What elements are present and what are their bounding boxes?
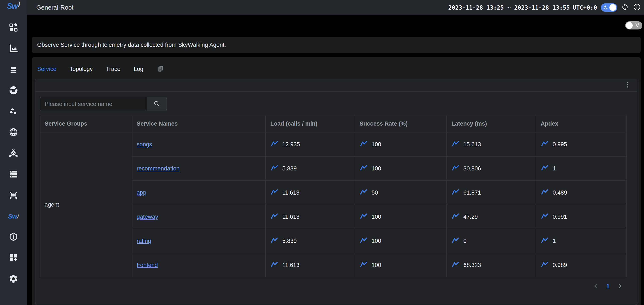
sidebar-item-service-mesh[interactable] bbox=[0, 80, 27, 101]
widgets-plus-icon bbox=[8, 253, 18, 264]
success-rate-value: 100 bbox=[372, 214, 381, 220]
load-value: 5.839 bbox=[282, 165, 297, 172]
tab-service[interactable]: Service bbox=[37, 66, 56, 72]
prev-page-button[interactable] bbox=[592, 283, 599, 290]
dark-mode-toggle[interactable] bbox=[601, 4, 617, 12]
server-list-icon bbox=[8, 169, 18, 180]
service-link-songs[interactable]: songs bbox=[137, 141, 152, 148]
refresh-icon bbox=[621, 3, 629, 12]
logo-text: Sw bbox=[7, 2, 18, 11]
table-row: agent songs 12.935 100 15.613 0.995 bbox=[40, 132, 627, 156]
sidebar-item-infrastructure[interactable] bbox=[0, 164, 27, 185]
globe-icon bbox=[8, 127, 18, 138]
latency-value: 15.613 bbox=[463, 141, 481, 148]
service-link-rating[interactable]: rating bbox=[137, 238, 151, 244]
sparkline-icon bbox=[452, 213, 460, 221]
sidebar-item-functions[interactable] bbox=[0, 101, 27, 122]
load-value: 11.613 bbox=[282, 214, 300, 220]
sparkline-icon bbox=[360, 213, 368, 221]
col-service-names: Service Names bbox=[132, 115, 266, 132]
copy-dashboard-button[interactable] bbox=[156, 65, 165, 73]
col-load: Load (calls / min) bbox=[266, 115, 355, 132]
version-toggle-label: V bbox=[636, 22, 639, 28]
sidebar-item-self-observability[interactable]: Sw) bbox=[0, 206, 27, 227]
sparkline-icon bbox=[270, 213, 278, 221]
sidebar-item-general-service[interactable] bbox=[0, 38, 27, 60]
scatter-dots-icon bbox=[8, 106, 18, 117]
load-value: 11.613 bbox=[282, 262, 300, 268]
page-number[interactable]: 1 bbox=[606, 283, 610, 290]
success-rate-value: 100 bbox=[372, 141, 381, 148]
widget-body: Service Groups Service Names Load (calls… bbox=[36, 92, 637, 290]
col-apdex: Apdex bbox=[536, 115, 627, 132]
apdex-value: 0.989 bbox=[552, 262, 567, 268]
topology-icon bbox=[8, 190, 18, 201]
donut-chart-icon bbox=[8, 86, 18, 96]
header-controls: 2023-11-28 13:25 ~ 2023-11-28 13:55 UTC+… bbox=[448, 4, 641, 12]
chart-icon bbox=[8, 44, 18, 54]
sidebar-item-gateway-topology[interactable] bbox=[0, 185, 27, 206]
sparkline-icon bbox=[541, 261, 549, 269]
version-toggle[interactable]: V bbox=[625, 21, 642, 30]
description-banner: Observe Service through telemetry data c… bbox=[32, 37, 640, 53]
sidebar-item-settings[interactable] bbox=[0, 269, 27, 290]
chevron-right-icon bbox=[617, 283, 623, 290]
service-link-gateway[interactable]: gateway bbox=[137, 214, 158, 220]
widget-menu-button[interactable] bbox=[623, 80, 632, 90]
sparkline-icon bbox=[452, 140, 460, 148]
search-input[interactable] bbox=[40, 97, 147, 111]
load-value: 11.613 bbox=[282, 190, 300, 196]
apdex-value: 1 bbox=[552, 238, 556, 244]
widget-header bbox=[36, 79, 637, 92]
kebab-menu-icon bbox=[624, 81, 632, 89]
tab-topology[interactable]: Topology bbox=[70, 66, 93, 72]
version-toggle-knob bbox=[626, 22, 633, 29]
success-rate-value: 100 bbox=[372, 165, 381, 172]
sparkline-icon bbox=[270, 261, 278, 269]
sparkline-icon bbox=[452, 261, 460, 269]
success-rate-value: 50 bbox=[372, 190, 378, 196]
pagination: 1 bbox=[40, 283, 633, 290]
success-rate-value: 100 bbox=[372, 238, 381, 244]
info-button[interactable] bbox=[633, 4, 641, 12]
col-latency: Latency (ms) bbox=[447, 115, 536, 132]
sidebar-item-kubernetes[interactable] bbox=[0, 143, 27, 164]
apdex-value: 0.991 bbox=[552, 214, 567, 220]
tab-trace[interactable]: Trace bbox=[106, 66, 120, 72]
skywalking-logo[interactable]: Sw) bbox=[7, 2, 20, 14]
sidebar-item-widgets[interactable] bbox=[0, 248, 27, 269]
top-header-bar: General-Root 2023-11-28 13:25 ~ 2023-11-… bbox=[27, 0, 644, 15]
time-range-picker[interactable]: 2023-11-28 13:25 ~ 2023-11-28 13:55 bbox=[448, 4, 570, 11]
service-group-cell: agent bbox=[40, 132, 132, 277]
apdex-value: 0.489 bbox=[552, 190, 567, 196]
success-rate-value: 100 bbox=[372, 262, 381, 268]
sidebar-item-marketplace[interactable] bbox=[0, 18, 27, 38]
sparkline-icon bbox=[270, 189, 278, 197]
sidebar-item-alerting[interactable] bbox=[0, 227, 27, 248]
service-table: Service Groups Service Names Load (calls… bbox=[40, 115, 627, 277]
sparkline-icon bbox=[360, 140, 368, 148]
search-button[interactable] bbox=[147, 97, 167, 111]
refresh-button[interactable] bbox=[621, 4, 629, 12]
banner-text: Observe Service through telemetry data c… bbox=[37, 42, 226, 48]
latency-value: 30.806 bbox=[463, 165, 481, 172]
timezone-label: UTC+0:0 bbox=[573, 4, 597, 11]
sidebar-item-layers[interactable] bbox=[0, 60, 27, 80]
page-title: General-Root bbox=[36, 4, 74, 11]
moon-icon bbox=[602, 5, 608, 10]
sidebar-item-browser[interactable] bbox=[0, 122, 27, 143]
service-link-frontend[interactable]: frontend bbox=[137, 262, 158, 268]
tab-log[interactable]: Log bbox=[134, 66, 143, 72]
tabs-bar: Service Topology Trace Log bbox=[32, 57, 640, 81]
skywalking-dashboard: Sw) bbox=[0, 0, 644, 305]
service-link-recommendation[interactable]: recommendation bbox=[137, 165, 180, 172]
info-icon bbox=[633, 3, 641, 12]
main-panel: Service Topology Trace Log bbox=[32, 57, 640, 305]
sparkline-icon bbox=[541, 165, 549, 172]
load-value: 12.935 bbox=[282, 141, 300, 148]
next-page-button[interactable] bbox=[617, 283, 623, 290]
latency-value: 47.29 bbox=[463, 214, 478, 220]
table-header-row: Service Groups Service Names Load (calls… bbox=[40, 115, 627, 132]
service-link-app[interactable]: app bbox=[137, 190, 146, 196]
sparkline-icon bbox=[360, 165, 368, 172]
